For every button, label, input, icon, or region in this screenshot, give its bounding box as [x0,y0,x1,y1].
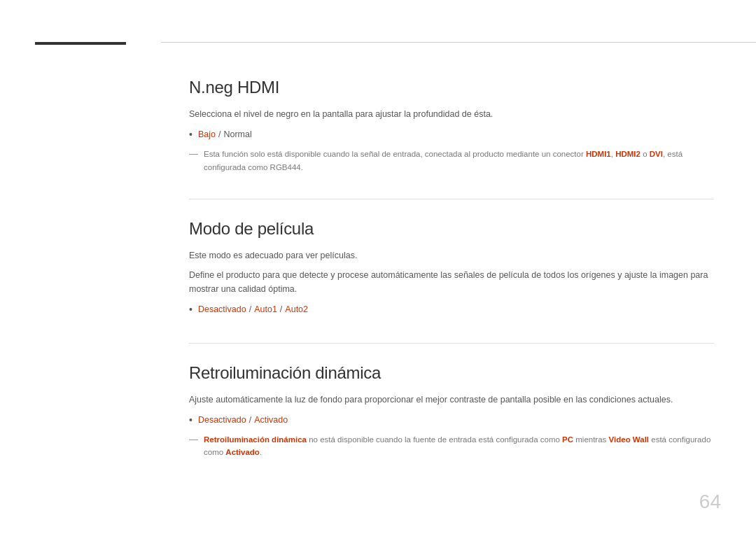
highlight-videowall: Video Wall [609,435,650,444]
content-area: N.neg HDMI Selecciona el nivel de negro … [161,42,756,534]
section-title-retroiluminacion: Retroiluminación dinámica [189,363,714,383]
highlight-retroiluminacion: Retroiluminación dinámica [204,435,307,444]
divider-1 [189,199,714,199]
section-title-modo-pelicula: Modo de película [189,219,714,239]
section-nneg-hdmi: N.neg HDMI Selecciona el nivel de negro … [189,78,714,174]
section-desc-nneg-hdmi: Selecciona el nivel de negro en la panta… [189,107,714,121]
section-retroiluminacion: Retroiluminación dinámica Ajuste automát… [189,363,714,459]
note-text-retroiluminacion: Retroiluminación dinámica no está dispon… [204,433,714,459]
option-activado: Activado [254,413,288,427]
option-desactivado-2: Desactivado [198,413,246,427]
section-desc-modo-pelicula-2: Define el producto para que detecte y pr… [189,268,714,296]
options-list-nneg-hdmi: Bajo / Normal [189,127,714,142]
option-separator: / [280,302,282,316]
option-auto2: Auto2 [285,302,308,316]
option-item: Bajo / Normal [189,127,714,142]
sidebar [0,0,161,534]
divider-2 [189,343,714,344]
option-desactivado: Desactivado [198,302,246,316]
options-list-retroiluminacion: Desactivado / Activado [189,412,714,428]
options-list-modo-pelicula: Desactivado / Auto1 / Auto2 [189,302,714,317]
option-auto1: Auto1 [254,302,277,316]
highlight-dvi: DVI [650,150,663,158]
option-bajo: Bajo [198,127,216,141]
note-nneg-hdmi: — Esta función solo está disponible cuan… [189,148,714,174]
note-dash-icon: — [189,148,198,159]
highlight-pc: PC [562,435,573,444]
highlight-activado-note: Activado [225,448,260,456]
section-desc-retroiluminacion: Ajuste automáticamente la luz de fondo p… [189,393,714,407]
note-retroiluminacion: — Retroiluminación dinámica no está disp… [189,433,714,459]
option-item: Desactivado / Activado [189,412,714,428]
option-separator: / [249,302,251,316]
page-container: N.neg HDMI Selecciona el nivel de negro … [0,0,756,534]
option-item: Desactivado / Auto1 / Auto2 [189,302,714,317]
page-number: 64 [699,491,721,513]
section-modo-pelicula: Modo de película Este modo es adecuado p… [189,219,714,317]
sidebar-bar [35,42,126,45]
highlight-hdmi1: HDMI1 [586,150,611,158]
note-text-nneg-hdmi: Esta función solo está disponible cuando… [204,148,714,174]
section-title-nneg-hdmi: N.neg HDMI [189,78,714,97]
note-dash-icon-2: — [189,434,198,444]
option-normal: Normal [223,127,251,141]
option-separator: / [249,413,251,427]
highlight-hdmi2: HDMI2 [615,150,640,158]
section-desc-modo-pelicula-1: Este modo es adecuado para ver películas… [189,248,714,262]
option-separator: / [218,127,220,141]
